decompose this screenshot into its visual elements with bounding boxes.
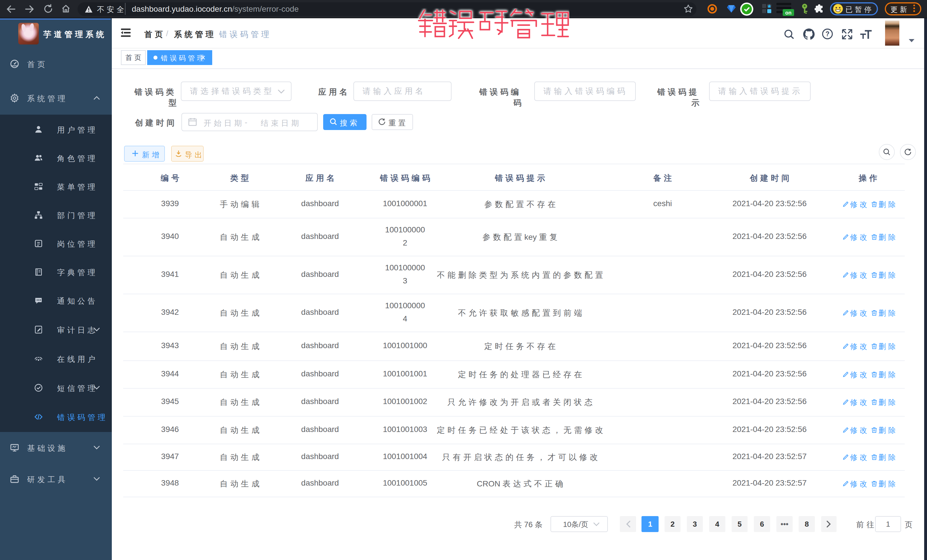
svg-text:?: ? xyxy=(825,30,830,38)
svg-text:on: on xyxy=(785,10,792,16)
